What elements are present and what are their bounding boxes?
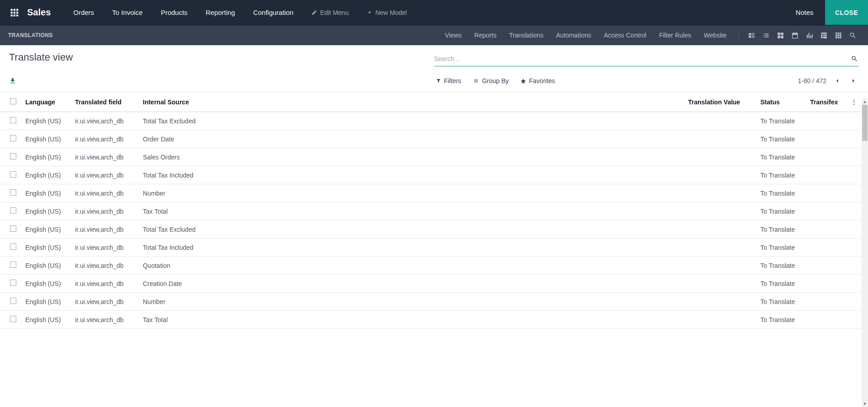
table-row[interactable]: English (US)ir.ui.view,arch_dbNumberTo T… bbox=[0, 293, 862, 311]
pager-prev-button[interactable] bbox=[832, 75, 843, 86]
cell-transifex bbox=[806, 202, 846, 220]
nav-item-reporting[interactable]: Reporting bbox=[197, 1, 244, 23]
search-bar[interactable] bbox=[434, 51, 859, 66]
view-grid-icon[interactable] bbox=[834, 31, 843, 40]
table-row[interactable]: English (US)ir.ui.view,arch_dbNumberTo T… bbox=[0, 184, 862, 202]
cell-language: English (US) bbox=[21, 202, 71, 220]
view-calendar-icon[interactable] bbox=[790, 31, 799, 40]
svg-rect-17 bbox=[837, 34, 839, 36]
select-all-header[interactable] bbox=[0, 92, 21, 112]
cell-field: ir.ui.view,arch_db bbox=[71, 257, 138, 275]
pager-next-button[interactable] bbox=[848, 75, 859, 86]
app-name[interactable]: Sales bbox=[27, 7, 51, 18]
table-row[interactable]: English (US)ir.ui.view,arch_dbTotal Tax … bbox=[0, 166, 862, 184]
nav-item-products[interactable]: Products bbox=[152, 1, 197, 23]
table-row[interactable]: English (US)ir.ui.view,arch_dbOrder Date… bbox=[0, 130, 862, 148]
nav-item-orders[interactable]: Orders bbox=[64, 1, 103, 23]
svg-rect-21 bbox=[840, 37, 841, 38]
row-checkbox[interactable] bbox=[10, 207, 16, 214]
col-translation-value[interactable]: Translation Value bbox=[684, 92, 756, 112]
cell-language: English (US) bbox=[21, 184, 71, 202]
pager: 1-80 / 472 bbox=[798, 75, 859, 86]
col-options[interactable]: ⋮ bbox=[846, 92, 862, 112]
table-row[interactable]: English (US)ir.ui.view,arch_dbTotal Tax … bbox=[0, 112, 862, 130]
filters-button[interactable]: Filters bbox=[434, 75, 463, 87]
table-row[interactable]: English (US)ir.ui.view,arch_dbSales Orde… bbox=[0, 148, 862, 166]
row-checkbox[interactable] bbox=[10, 316, 16, 322]
select-all-checkbox[interactable] bbox=[10, 98, 16, 104]
row-checkbox[interactable] bbox=[10, 171, 16, 178]
nav-item-configuration[interactable]: Configuration bbox=[244, 1, 302, 23]
sub-item-access-control[interactable]: Access Control bbox=[598, 26, 653, 44]
sub-item-reports[interactable]: Reports bbox=[468, 26, 503, 44]
svg-rect-10 bbox=[781, 33, 783, 35]
table-row[interactable]: English (US)ir.ui.view,arch_dbQuotationT… bbox=[0, 257, 862, 275]
view-form-icon[interactable] bbox=[747, 31, 756, 40]
col-status[interactable]: Status bbox=[756, 92, 806, 112]
svg-rect-8 bbox=[16, 14, 18, 16]
view-graph-icon[interactable] bbox=[805, 31, 814, 40]
row-checkbox[interactable] bbox=[10, 135, 16, 141]
edit-menu-button[interactable]: Edit Menu bbox=[302, 1, 358, 23]
cell-transifex bbox=[806, 239, 846, 257]
table-row[interactable]: English (US)ir.ui.view,arch_dbTax TotalT… bbox=[0, 311, 862, 329]
svg-rect-15 bbox=[840, 33, 841, 34]
notes-button[interactable]: Notes bbox=[787, 1, 822, 23]
cell-transifex bbox=[806, 166, 846, 184]
svg-rect-4 bbox=[14, 11, 15, 13]
table-row[interactable]: English (US)ir.ui.view,arch_dbTotal Tax … bbox=[0, 239, 862, 257]
sub-item-filter-rules[interactable]: Filter Rules bbox=[653, 26, 698, 44]
group-by-button[interactable]: Group By bbox=[471, 75, 510, 87]
page-title: Translate view bbox=[9, 51, 73, 63]
cell-status: To Translate bbox=[756, 148, 806, 166]
cell-menu bbox=[846, 293, 862, 311]
search-icon[interactable] bbox=[848, 31, 857, 40]
scroll-down-icon[interactable]: ▼ bbox=[862, 401, 868, 404]
row-checkbox[interactable] bbox=[10, 243, 16, 250]
col-internal-source[interactable]: Internal Source bbox=[138, 92, 684, 112]
col-language[interactable]: Language bbox=[21, 92, 71, 112]
svg-rect-16 bbox=[835, 34, 837, 36]
row-checkbox[interactable] bbox=[10, 225, 16, 232]
col-translated-field[interactable]: Translated field bbox=[71, 92, 138, 112]
scrollbar[interactable]: ▲ ▼ bbox=[862, 98, 868, 404]
favorites-button[interactable]: Favorites bbox=[519, 75, 557, 87]
row-checkbox[interactable] bbox=[10, 280, 16, 286]
scroll-up-icon[interactable]: ▲ bbox=[862, 98, 868, 105]
kebab-icon[interactable]: ⋮ bbox=[851, 98, 857, 106]
download-button[interactable] bbox=[9, 77, 16, 84]
cell-value bbox=[684, 184, 756, 202]
row-checkbox[interactable] bbox=[10, 189, 16, 196]
sub-item-views[interactable]: Views bbox=[439, 26, 468, 44]
breadcrumb[interactable]: TRANSLATIONS bbox=[8, 32, 53, 38]
nav-item-to-invoice[interactable]: To Invoice bbox=[103, 1, 152, 23]
table-row[interactable]: English (US)ir.ui.view,arch_dbTax TotalT… bbox=[0, 202, 862, 220]
cell-language: English (US) bbox=[21, 112, 71, 130]
cell-field: ir.ui.view,arch_db bbox=[71, 184, 138, 202]
search-input[interactable] bbox=[434, 53, 850, 64]
sub-item-translations[interactable]: Translations bbox=[503, 26, 550, 44]
cell-status: To Translate bbox=[756, 112, 806, 130]
cell-menu bbox=[846, 257, 862, 275]
close-button[interactable]: CLOSE bbox=[825, 0, 868, 25]
cell-field: ir.ui.view,arch_db bbox=[71, 275, 138, 293]
apps-menu-button[interactable] bbox=[8, 6, 21, 19]
row-checkbox[interactable] bbox=[10, 298, 16, 304]
row-checkbox[interactable] bbox=[10, 153, 16, 159]
pager-text[interactable]: 1-80 / 472 bbox=[798, 77, 826, 84]
table-row[interactable]: English (US)ir.ui.view,arch_dbCreation D… bbox=[0, 275, 862, 293]
search-submit-icon[interactable] bbox=[850, 54, 859, 63]
scroll-thumb[interactable] bbox=[862, 105, 868, 141]
view-kanban-icon[interactable] bbox=[776, 31, 785, 40]
row-checkbox[interactable] bbox=[10, 262, 16, 268]
view-list-icon[interactable] bbox=[761, 31, 770, 40]
new-model-button[interactable]: New Model bbox=[358, 1, 416, 23]
cell-language: English (US) bbox=[21, 293, 71, 311]
col-transifex[interactable]: Transifex bbox=[806, 92, 846, 112]
row-checkbox[interactable] bbox=[10, 117, 16, 123]
sub-item-automations[interactable]: Automations bbox=[550, 26, 598, 44]
table-row[interactable]: English (US)ir.ui.view,arch_dbTotal Tax … bbox=[0, 220, 862, 239]
svg-rect-18 bbox=[840, 34, 841, 36]
view-pivot-icon[interactable] bbox=[819, 31, 828, 40]
sub-item-website[interactable]: Website bbox=[698, 26, 733, 44]
